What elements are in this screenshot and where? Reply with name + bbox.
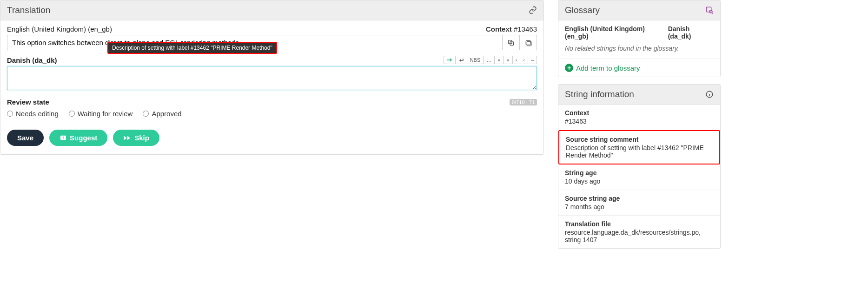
save-button[interactable]: Save <box>7 130 44 146</box>
stringinfo-header: String information <box>558 85 720 105</box>
copy-icon[interactable] <box>503 35 520 50</box>
svg-rect-7 <box>706 7 711 12</box>
raquo-button[interactable]: » <box>495 56 504 64</box>
glossary-empty-message: No related strings found in the glossary… <box>558 45 720 59</box>
lsaquo-button[interactable]: ‹ <box>520 56 528 64</box>
context-label: Context #13463 <box>486 25 537 33</box>
radio-needs-editing[interactable]: Needs editing <box>7 110 59 118</box>
nbs-button[interactable]: NBS <box>467 56 484 64</box>
rsaquo-button[interactable]: › <box>513 56 521 64</box>
char-counter: 0/710 · 71 <box>510 99 537 105</box>
info-file-label: Translation file <box>565 220 714 228</box>
clone-icon[interactable] <box>520 35 537 50</box>
info-age-value: 10 days ago <box>565 178 714 185</box>
info-icon[interactable] <box>705 90 714 99</box>
laquo-button[interactable]: « <box>504 56 512 64</box>
toggle-ltr-icon[interactable] <box>444 56 456 64</box>
stringinfo-title: String information <box>565 89 634 99</box>
info-context-label: Context <box>565 109 714 117</box>
newline-icon[interactable] <box>456 56 467 64</box>
skip-button[interactable]: Skip <box>113 130 159 146</box>
ellipsis-button[interactable]: … <box>484 56 495 64</box>
radio-approved[interactable]: Approved <box>143 110 181 118</box>
link-icon[interactable] <box>529 6 537 14</box>
info-age-label: String age <box>565 169 714 177</box>
info-src-age-label: Source string age <box>565 195 714 202</box>
add-term-button[interactable]: + Add term to glossary <box>558 59 720 77</box>
info-comment-value: Description of setting with label #13462… <box>566 144 713 159</box>
svg-rect-6 <box>63 138 63 139</box>
glossary-search-icon[interactable] <box>705 6 714 14</box>
glossary-lang-a: English (United Kingdom) (en_gb) <box>565 25 668 40</box>
glossary-header: Glossary <box>558 0 720 20</box>
svg-rect-5 <box>63 136 63 138</box>
source-tooltip: Description of setting with label #13462… <box>107 42 277 54</box>
suggest-button[interactable]: Suggest <box>49 130 107 146</box>
translation-title: Translation <box>7 5 50 15</box>
radio-waiting[interactable]: Waiting for review <box>69 110 133 118</box>
review-state-label: Review state <box>7 98 49 106</box>
translation-input[interactable] <box>7 66 537 90</box>
special-chars-toolbar: NBS … » « › ‹ – <box>444 56 537 64</box>
target-lang-label: Danish (da_dk) <box>7 56 57 64</box>
plus-icon: + <box>565 64 573 72</box>
info-context-value: #13463 <box>565 118 714 125</box>
info-src-age-value: 7 months ago <box>565 203 714 210</box>
glossary-lang-b: Danish (da_dk) <box>668 25 714 40</box>
glossary-title: Glossary <box>565 5 600 15</box>
translation-header: Translation <box>0 0 543 20</box>
ndash-button[interactable]: – <box>528 56 537 64</box>
info-comment-label: Source string comment <box>566 136 713 143</box>
source-lang-label: English (United Kingdom) (en_gb) <box>7 25 112 33</box>
info-file-value: resource.language.da_dk/resources/string… <box>565 229 714 243</box>
